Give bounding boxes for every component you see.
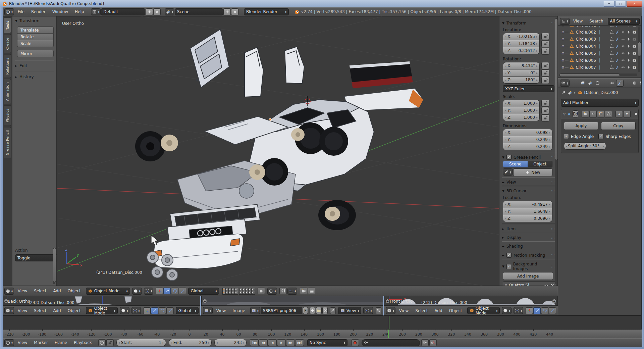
camera-icon[interactable] (632, 30, 637, 34)
split-angle-slider[interactable]: ◂Split Angle: 30°▸ (564, 142, 606, 150)
expand-icon[interactable]: ⊕ (561, 44, 564, 48)
lock-toggle[interactable] (541, 48, 549, 55)
restrict-select-icon[interactable] (627, 30, 631, 34)
add-scene-button[interactable] (223, 8, 231, 15)
translate-button[interactable]: Translate (17, 27, 54, 34)
gp-draw-mode-selector[interactable]: ▲▼ (503, 168, 513, 176)
decrement-arrow-icon[interactable]: ◂ (504, 49, 507, 52)
mode-selector[interactable]: Object Mode▲▼ (86, 288, 130, 295)
tab-texture[interactable] (638, 80, 642, 87)
edge-angle-option[interactable]: ✓Edge Angle (564, 134, 594, 139)
decrement-arrow-icon[interactable]: ◂ (504, 35, 507, 38)
menu-add[interactable]: Add (431, 308, 445, 314)
increment-arrow-icon[interactable]: ▸ (548, 138, 551, 141)
jump-to-start-button[interactable]: |◀◀ (250, 339, 259, 346)
shelf-tab-create[interactable]: Create (4, 34, 11, 53)
tab-world[interactable] (594, 80, 601, 87)
toggle-cage[interactable] (605, 111, 612, 117)
eye-icon[interactable] (621, 30, 625, 34)
close-button[interactable]: ✕ (627, 1, 642, 7)
play-button[interactable]: ▶ (277, 339, 286, 346)
panel-display-header[interactable]: ►Display:::: (502, 235, 556, 240)
menu-add[interactable]: Add (50, 288, 64, 294)
grease-pencil-checkbox[interactable]: ✓ (506, 155, 512, 160)
manipulator-toggle[interactable] (143, 307, 151, 314)
sharp-edges-option[interactable]: ✓Sharp Edges (598, 134, 631, 139)
viewport-shading-selector[interactable]: ▲▼ (120, 307, 129, 314)
shelf-scrollbar-thumb[interactable] (53, 248, 56, 282)
viewport-shading-selector[interactable]: ▲▼ (132, 288, 142, 295)
layer-cell[interactable] (234, 291, 238, 295)
panel-background-images-header[interactable]: ▼✓Background Images:::: (502, 262, 556, 271)
move-up-button[interactable]: ▲ (615, 111, 623, 117)
number-field-y[interactable]: ◂Y:1.000▸ (503, 107, 540, 114)
wrench-icon[interactable] (615, 30, 620, 34)
number-field-x[interactable]: ◂X:-0.4917▸ (503, 201, 552, 208)
increment-arrow-icon[interactable]: ▸ (536, 102, 538, 105)
editor-type-selector[interactable]: ▲▼ (560, 18, 570, 25)
updown-arrows-icon[interactable]: ▲▼ (11, 309, 13, 312)
lock-toggle[interactable] (541, 40, 549, 47)
mesh-data-icon[interactable] (609, 65, 614, 69)
menu-search[interactable]: Search (586, 18, 606, 24)
gp-new-button[interactable]: New (513, 168, 552, 176)
scale-manipulator[interactable] (549, 307, 556, 314)
updown-arrows-icon[interactable]: ▲▼ (510, 171, 511, 173)
increment-arrow-icon[interactable]: ▸ (536, 109, 538, 112)
menu-view[interactable]: View (15, 340, 30, 346)
panel-motion-tracking-header[interactable]: ►✓Motion Tracking:::: (502, 253, 556, 258)
scene-selector[interactable]: ▲▼ (165, 8, 174, 15)
add-modifier-selector[interactable]: Add Modifier▲▼ (561, 99, 639, 107)
menu-view[interactable]: View (15, 308, 30, 314)
panel-edit-header[interactable]: ►Edit (15, 63, 54, 68)
mesh-data-icon[interactable] (609, 37, 614, 41)
decrement-arrow-icon[interactable]: ◂ (565, 145, 568, 148)
image-browse-selector[interactable]: ▲▼ (250, 307, 260, 314)
decrement-arrow-icon[interactable]: ◂ (504, 116, 507, 119)
outliner-row[interactable]: ⊕Circle.002| (558, 29, 641, 36)
close-icon[interactable] (634, 112, 638, 116)
outliner-hscrollbar-thumb[interactable] (559, 73, 620, 77)
outliner-vscrollbar-thumb[interactable] (638, 42, 641, 57)
outliner-row[interactable]: ⊕Circle.007| (558, 64, 641, 71)
menu-select[interactable]: Select (31, 308, 49, 314)
sharp-edges-checkbox[interactable]: ✓ (598, 134, 603, 139)
eye-icon[interactable] (621, 51, 625, 55)
menu-view[interactable]: View (15, 288, 30, 294)
opengl-animation-button[interactable] (308, 288, 315, 294)
shelf-scrollbar[interactable] (53, 248, 55, 284)
fake-user-button[interactable]: F (303, 307, 308, 314)
background-image-entry[interactable]: ▽Quattro Si... (503, 281, 556, 286)
editor-type-selector[interactable]: ▲▼ (4, 288, 14, 295)
tab-data[interactable] (624, 80, 631, 87)
delete-layout-button[interactable] (153, 8, 161, 15)
number-field-x[interactable]: ◂X:-1.02155▸ (503, 33, 540, 40)
shelf-tab-relations[interactable]: Relations (4, 54, 11, 78)
scene-name[interactable]: Scene (175, 8, 223, 15)
menu-view[interactable]: View (396, 308, 412, 314)
expand-icon[interactable]: ⊕ (561, 30, 564, 34)
increment-arrow-icon[interactable]: ▸ (208, 341, 210, 344)
updown-arrows-icon[interactable]: ▲▼ (98, 10, 99, 13)
snap-element-selector[interactable]: ▲▼ (287, 288, 297, 295)
toggle-render[interactable] (582, 111, 589, 117)
panel-view-header[interactable]: ►View:::: (502, 180, 556, 185)
title-bar[interactable]: Blender* [H:\Blends\Audi Quattro Coupe.b… (0, 0, 644, 7)
lock-toggle[interactable] (541, 114, 549, 121)
updown-arrows-icon[interactable]: ▲▼ (11, 290, 13, 292)
updown-arrows-icon[interactable]: ▲▼ (151, 290, 152, 292)
camera-icon[interactable] (632, 51, 637, 55)
outliner-row[interactable]: ⊕Circle.006| (558, 57, 641, 64)
increment-arrow-icon[interactable]: ▸ (548, 203, 551, 206)
increment-arrow-icon[interactable]: ▸ (536, 35, 538, 38)
number-field-z[interactable]: ◂Z:0.3696▸ (503, 215, 552, 222)
translate-manipulator[interactable] (151, 307, 158, 314)
close-icon[interactable] (550, 283, 554, 286)
increment-arrow-icon[interactable]: ▸ (243, 341, 245, 344)
sync-mode-selector[interactable]: No Sync▲▼ (307, 339, 347, 346)
editor-type-selector[interactable]: ▲▼ (4, 339, 14, 346)
menu-view[interactable]: View (213, 308, 229, 314)
menu-add[interactable]: Add (50, 308, 64, 314)
updown-arrows-icon[interactable]: ▲▼ (294, 290, 296, 292)
move-down-button[interactable]: ▼ (623, 111, 631, 117)
